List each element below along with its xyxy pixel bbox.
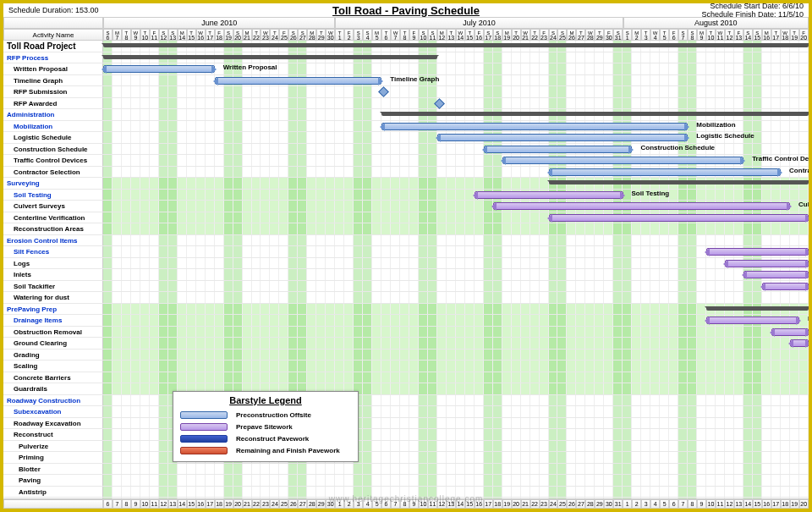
day-cell: T19 <box>790 29 799 41</box>
gantt-bar[interactable] <box>706 306 809 311</box>
gantt-bar[interactable] <box>549 168 781 176</box>
gantt-bar[interactable] <box>743 271 809 278</box>
day-cell: S17 <box>484 29 493 41</box>
gantt-bar[interactable] <box>762 283 809 290</box>
gantt-row[interactable]: Reconstruction Areas <box>3 223 809 235</box>
gantt-row[interactable]: Obstruction RemovalObstru <box>3 327 809 339</box>
gantt-bar[interactable] <box>549 180 809 184</box>
gantt-bar[interactable] <box>502 157 743 164</box>
day-cell: S6 <box>103 29 112 41</box>
bar-label: Traffic Control Devices <box>752 155 809 162</box>
gantt-row[interactable]: Surveying <box>3 178 809 190</box>
gantt-row[interactable]: Antistrip <box>3 487 809 498</box>
gantt-row[interactable]: Roadway Construction <box>3 395 809 407</box>
gantt-row[interactable]: Paving <box>3 475 809 487</box>
day-cell: T5 <box>660 29 669 41</box>
gantt-row[interactable]: Reconstruct <box>3 429 809 441</box>
gantt-body[interactable]: Toll Road ProjectRFP ProcessWritten Prop… <box>3 41 809 498</box>
gantt-row[interactable]: MobilizationMobilization <box>3 121 809 133</box>
gantt-row[interactable]: Logistic ScheduleLogistic Schedule <box>3 132 809 144</box>
gantt-row[interactable]: Guardrails <box>3 383 809 395</box>
gantt-row[interactable]: Subexcavation <box>3 406 809 418</box>
day-cell: F20 <box>799 29 809 41</box>
day-cell: T1 <box>335 29 344 41</box>
gantt-row[interactable]: Administration <box>3 109 809 121</box>
day-cell: 11 <box>716 499 725 509</box>
activity-label: Culvert Surveys <box>3 201 103 212</box>
milestone-diamond-icon[interactable] <box>434 98 445 109</box>
gantt-bar[interactable] <box>484 146 633 153</box>
day-cell: W4 <box>650 29 660 41</box>
legend-label: Reconstruct Pavework <box>236 435 309 443</box>
day-cell: 25 <box>557 499 567 509</box>
activity-label: Ground Clearing <box>3 338 103 349</box>
gantt-row[interactable]: RFP Submission <box>3 86 809 98</box>
gantt-bar[interactable] <box>381 112 809 116</box>
gantt-bar[interactable] <box>103 43 809 47</box>
day-cell: 11 <box>150 499 159 509</box>
gantt-row[interactable]: RFP Awarded <box>3 98 809 110</box>
gantt-bar[interactable] <box>706 248 809 256</box>
gantt-bar[interactable] <box>706 317 799 324</box>
gantt-row[interactable]: Logs <box>3 258 809 270</box>
gantt-row[interactable]: Priming <box>3 452 809 464</box>
activity-label: Guardrails <box>3 383 103 394</box>
gantt-bar[interactable] <box>493 202 790 210</box>
day-cell: 4 <box>363 499 372 509</box>
day-cell: T15 <box>187 29 196 41</box>
gantt-bar[interactable] <box>381 123 688 130</box>
gantt-row[interactable]: Toll Road Project <box>3 41 809 52</box>
gantt-bar[interactable] <box>475 191 623 199</box>
gantt-bar[interactable] <box>437 134 688 141</box>
gantt-row[interactable]: Erosion Control Items <box>3 235 809 247</box>
gantt-row[interactable]: Ground ClearingGro <box>3 338 809 350</box>
legend-row: Preconstruction Offsite <box>180 409 351 421</box>
gantt-row[interactable]: Watering for dust <box>3 292 809 304</box>
day-cell: S27 <box>298 29 307 41</box>
gantt-row[interactable]: Grading <box>3 350 809 361</box>
gantt-bar[interactable] <box>725 260 809 267</box>
gantt-row[interactable]: Construction ScheduleConstruction Schedu… <box>3 144 809 156</box>
gantt-row[interactable]: Scaling <box>3 361 809 372</box>
gantt-row[interactable]: Written ProposalWritten Proposal <box>3 63 809 75</box>
gantt-bar[interactable] <box>790 339 809 347</box>
day-cell: T17 <box>206 29 215 41</box>
legend-label: Preconstruction Offsite <box>236 411 311 419</box>
activity-label: Subexcavation <box>3 406 103 417</box>
gantt-row[interactable]: Culvert SurveysCulvert Surveys <box>3 201 809 212</box>
gantt-bar[interactable] <box>771 328 809 336</box>
gantt-row[interactable]: Soil TestingSoil Testing <box>3 190 809 201</box>
day-cell: 27 <box>298 499 307 509</box>
gantt-row[interactable]: Blotter <box>3 464 809 476</box>
gantt-row[interactable]: Drainage ItemsDrainage Items <box>3 315 809 327</box>
day-cell: 8 <box>400 499 409 509</box>
gantt-row[interactable]: Centerline VerificationCenterline Verifi… <box>3 212 809 224</box>
gantt-row[interactable]: Traffic Control DevicesTraffic Control D… <box>3 155 809 167</box>
activity-label: Inlets <box>3 269 103 280</box>
gantt-row[interactable]: Pulverize <box>3 441 809 453</box>
day-cell: S12 <box>159 29 168 41</box>
gantt-row[interactable]: RFP Process <box>3 52 809 64</box>
legend-panel[interactable]: Barstyle Legend Preconstruction OffsiteP… <box>173 391 359 462</box>
gantt-row[interactable]: Inlets <box>3 269 809 281</box>
gantt-row[interactable]: Contractor SelectionContractor Selection <box>3 167 809 179</box>
gantt-row[interactable]: Soil Tackifier <box>3 281 809 293</box>
gantt-row[interactable]: Silt Fences <box>3 246 809 258</box>
gantt-row[interactable]: Timeline GraphTimeline Graph <box>3 75 809 87</box>
gantt-bar[interactable] <box>215 77 382 85</box>
gantt-row[interactable]: Roadway Excavation <box>3 418 809 430</box>
day-cell: M14 <box>178 29 187 41</box>
gantt-row[interactable]: PrePaving Prep <box>3 304 809 316</box>
gantt-bar[interactable] <box>549 214 809 222</box>
day-cell: S7 <box>678 29 688 41</box>
gantt-row[interactable]: Lift <box>3 498 809 498</box>
gantt-bar[interactable] <box>103 55 437 59</box>
gantt-bar[interactable] <box>103 65 215 73</box>
gantt-row[interactable]: Concrete Barriers <box>3 372 809 384</box>
milestone-diamond-icon[interactable] <box>378 86 389 97</box>
day-cell: 21 <box>243 499 252 509</box>
day-cell: F23 <box>540 29 549 41</box>
activity-label: Scaling <box>3 361 103 372</box>
day-cell: 6 <box>669 499 678 509</box>
day-cell: T29 <box>595 29 604 41</box>
